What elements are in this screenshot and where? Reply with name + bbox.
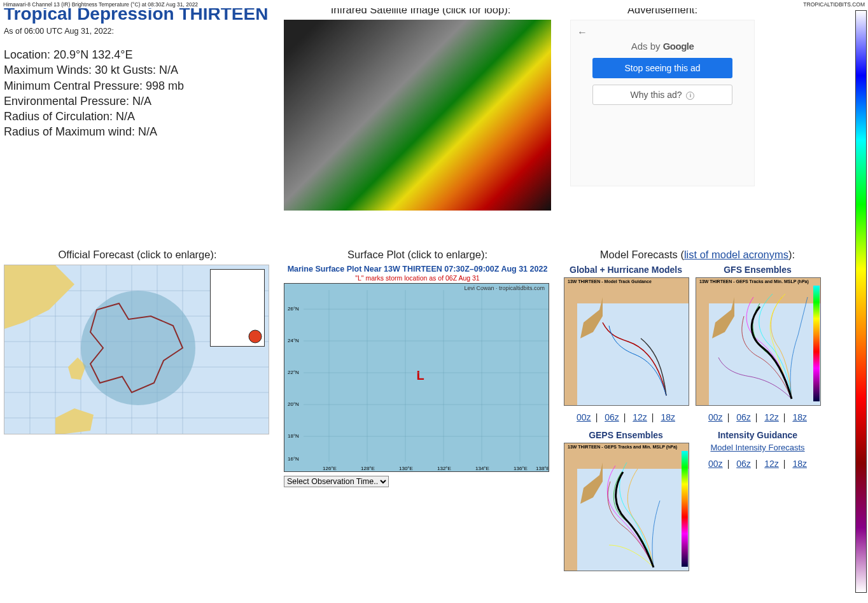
satellite-caption-left: Himawari-8 Channel 13 (IR) Brightness Te… [3,1,198,8]
ads-by-brand: Google [663,41,694,52]
model-forecasts-header: Model Forecasts (list of model acronyms)… [564,249,831,261]
svg-text:136°E: 136°E [514,466,528,471]
geps-ensembles-image[interactable]: 13W THIRTEEN - GEPS Tracks and Min. MSLP… [564,443,689,571]
svg-text:26°N: 26°N [288,306,299,312]
model-header-suffix: ): [788,249,795,260]
ad-container: ← Ads by Google Stop seeing this ad Why … [570,20,755,186]
gfs-ensembles-image[interactable]: 13W THIRTEEN - GEFS Tracks and Min. MSLP… [696,277,821,406]
stat-env-pressure: Environmental Pressure: N/A [4,94,271,109]
surface-plot-title: Marine Surface Plot Near 13W THIRTEEN 07… [284,265,551,274]
svg-text:134°E: 134°E [475,466,489,471]
svg-text:20°N: 20°N [288,401,299,407]
intensity-run-links: 00z| 06z| 12z| 18z [696,459,820,469]
official-forecast-header: Official Forecast (click to enlarge): [4,249,271,261]
global-models-heading: Global + Hurricane Models [564,265,688,275]
official-forecast-image[interactable] [4,265,269,434]
global-run-12z[interactable]: 12z [633,412,647,422]
svg-text:138°E: 138°E [536,466,549,471]
gfs-run-00z[interactable]: 00z [708,412,723,422]
gfs-run-06z[interactable]: 06z [736,412,751,422]
surface-plot-header: Surface Plot (click to enlarge): [284,249,551,261]
svg-text:130°E: 130°E [399,466,413,471]
surface-plot-image[interactable]: Levi Cowan · tropicaltidbits.com L 26°N2… [284,283,549,472]
svg-text:18°N: 18°N [288,433,299,439]
gfs-run-12z[interactable]: 12z [764,412,779,422]
stat-location: Location: 20.9°N 132.4°E [4,47,271,62]
intensity-run-06z[interactable]: 06z [736,459,751,469]
svg-text:132°E: 132°E [437,466,451,471]
asof-timestamp: As of 06:00 UTC Aug 31, 2022: [4,27,271,36]
global-models-image[interactable]: 13W THIRTEEN - Model Track Guidance [564,277,689,406]
surface-plot-subtitle: "L" marks storm location as of 06Z Aug 3… [284,274,551,282]
observation-time-select[interactable]: Select Observation Time... [284,476,389,487]
why-this-ad-label: Why this ad? [631,90,682,100]
global-run-06z[interactable]: 06z [605,412,619,422]
satellite-caption-right: TROPICALTIDBITS.COM [803,1,865,8]
stop-seeing-ad-button[interactable]: Stop seeing this ad [592,58,732,78]
svg-text:24°N: 24°N [288,338,299,343]
ads-by-label: Ads by Google [577,41,748,52]
intensity-run-00z[interactable]: 00z [708,459,723,469]
satellite-colorbar [855,10,867,575]
ads-by-prefix: Ads by [631,41,663,52]
svg-text:16°N: 16°N [288,456,299,462]
global-run-links: 00z| 06z| 12z| 18z [564,412,688,422]
forecast-info-box [210,269,265,347]
gfs-run-18z[interactable]: 18z [792,412,807,422]
global-run-18z[interactable]: 18z [661,412,675,422]
model-header-prefix: Model Forecasts ( [600,249,684,260]
svg-text:128°E: 128°E [361,466,375,471]
model-intensity-forecasts-link[interactable]: Model Intensity Forecasts [696,443,820,452]
model-acronyms-link[interactable]: list of model acronyms [684,249,788,260]
gfs-run-links: 00z| 06z| 12z| 18z [696,412,820,422]
geps-ensembles-heading: GEPS Ensembles [564,430,688,440]
svg-point-15 [249,330,262,343]
why-this-ad-button[interactable]: Why this ad? i [592,85,732,105]
info-icon: i [686,92,694,100]
satellite-image[interactable]: Himawari-8 Channel 13 (IR) Brightness Te… [284,20,551,211]
gfs-ensembles-heading: GFS Ensembles [696,265,820,275]
ad-back-arrow-icon[interactable]: ← [577,27,748,38]
intensity-run-12z[interactable]: 12z [764,459,779,469]
intensity-run-18z[interactable]: 18z [792,459,807,469]
svg-text:22°N: 22°N [288,370,299,375]
stat-min-pressure: Minimum Central Pressure: 998 mb [4,78,271,94]
stat-max-winds: Maximum Winds: 30 kt Gusts: N/A [4,62,271,78]
stat-rmw: Radius of Maximum wind: N/A [4,124,271,139]
global-run-00z[interactable]: 00z [577,412,591,422]
stat-roc: Radius of Circulation: N/A [4,109,271,124]
svg-text:126°E: 126°E [323,466,337,471]
intensity-guidance-heading: Intensity Guidance [696,430,820,440]
svg-point-14 [81,291,195,405]
